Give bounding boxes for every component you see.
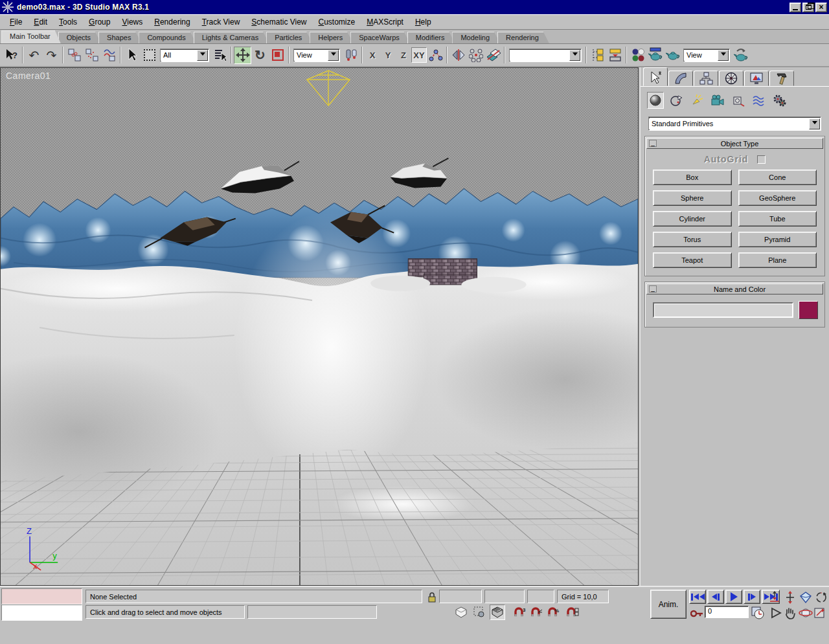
quick-render-button[interactable] [664, 47, 681, 64]
box-button[interactable]: Box [653, 170, 732, 185]
zoom-button[interactable] [782, 590, 798, 605]
torus-button[interactable]: Torus [653, 232, 732, 247]
named-selection-dropdown-button[interactable] [569, 50, 580, 61]
time-configuration-button[interactable] [750, 605, 766, 621]
snap-toggle-3d[interactable]: 3 [512, 605, 527, 620]
restrict-z-button[interactable]: Z [396, 47, 411, 63]
spacewarps-category-button[interactable] [751, 92, 767, 109]
maxscript-mini-listener-white[interactable] [1, 605, 82, 621]
menu-help[interactable]: Help [409, 16, 437, 28]
next-frame-button[interactable] [744, 590, 760, 604]
pan-button[interactable] [782, 605, 798, 620]
schematic-view-button[interactable] [606, 47, 624, 64]
degradation-override-button[interactable] [453, 605, 469, 620]
tab-compounds[interactable]: Compounds [139, 32, 196, 43]
render-type-dropdown-button[interactable] [718, 50, 729, 61]
selection-lock-toggle[interactable] [424, 590, 440, 605]
go-to-start-button[interactable] [689, 590, 706, 604]
maxscript-mini-listener-pink[interactable] [1, 588, 82, 605]
tab-main-toolbar[interactable]: Main Toolbar [1, 30, 61, 43]
tab-create[interactable] [643, 67, 668, 86]
tab-particles[interactable]: Particles [266, 32, 312, 43]
lights-category-button[interactable] [688, 92, 705, 109]
name-color-rollout-header[interactable]: _ Name and Color [646, 283, 823, 294]
spaceship-white-left[interactable] [221, 161, 299, 193]
object-type-rollout-header[interactable]: _ Object Type [646, 138, 823, 149]
snap-toggle-angle[interactable] [528, 605, 544, 620]
shapes-category-button[interactable] [668, 92, 685, 109]
tab-motion[interactable] [719, 71, 744, 86]
snap-toggle-spinner[interactable] [565, 605, 580, 620]
zoom-extents-all-button[interactable] [767, 590, 782, 605]
selection-filter-combo[interactable]: All [160, 49, 209, 62]
camera-viewport[interactable]: Z y x Camera01 [0, 67, 639, 586]
link-button[interactable] [65, 47, 83, 64]
tab-modifiers[interactable]: Modifiers [407, 32, 455, 43]
track-view-button[interactable] [589, 47, 606, 64]
field-of-view-button[interactable] [813, 590, 829, 605]
restrict-x-button[interactable]: X [365, 47, 380, 63]
tab-helpers[interactable]: Helpers [310, 32, 353, 43]
menu-file[interactable]: File [4, 16, 28, 28]
set-key-button[interactable] [689, 606, 705, 621]
cone-button[interactable]: Cone [738, 170, 817, 185]
menu-tools[interactable]: Tools [53, 16, 83, 28]
close-button[interactable]: × [815, 3, 827, 12]
bind-to-spacewarp-button[interactable] [100, 47, 118, 64]
tab-objects[interactable]: Objects [58, 32, 101, 43]
rectangular-selection-region-button[interactable] [141, 47, 158, 64]
pyramid-button[interactable]: Pyramid [738, 232, 817, 247]
tube-button[interactable]: Tube [738, 211, 817, 227]
tab-modify[interactable] [668, 71, 693, 86]
zoom-extents-button[interactable] [798, 590, 813, 605]
select-object-button[interactable] [123, 47, 141, 64]
minimize-button[interactable] [789, 3, 801, 12]
geosphere-button[interactable]: GeoSphere [738, 190, 817, 206]
tab-hierarchy[interactable] [694, 71, 718, 86]
align-button[interactable] [484, 47, 502, 64]
primitive-category-dropdown-button[interactable] [809, 118, 820, 129]
select-and-move-button[interactable] [234, 47, 251, 64]
object-name-input[interactable] [653, 302, 793, 318]
help-mode-button[interactable]: ? [3, 47, 20, 64]
select-by-name-button[interactable] [211, 47, 229, 64]
menu-views[interactable]: Views [116, 16, 148, 28]
rollout-collapse-icon[interactable]: _ [649, 285, 657, 293]
tab-lights-cameras[interactable]: Lights & Cameras [194, 32, 269, 43]
spaceship-white-right[interactable] [390, 158, 448, 188]
render-last-button[interactable] [732, 47, 749, 64]
named-selection-combo[interactable] [509, 49, 582, 62]
snap-toggle-percent[interactable]: % [545, 605, 561, 620]
menu-group[interactable]: Group [83, 16, 116, 28]
primitive-category-combo[interactable]: Standard Primitives [648, 117, 821, 131]
menu-track-view[interactable]: Track View [196, 16, 246, 28]
teapot-button[interactable]: Teapot [653, 252, 732, 268]
play-button[interactable] [725, 590, 742, 604]
array-button[interactable] [467, 47, 484, 64]
render-type-combo[interactable]: View [683, 49, 730, 62]
restrict-xy-plane-button[interactable]: XY [411, 47, 427, 63]
menu-maxscript[interactable]: MAXScript [361, 16, 409, 28]
truck-camera-button[interactable] [768, 605, 784, 620]
redo-button[interactable]: ↷ [43, 47, 60, 64]
ik-toggle-button[interactable] [427, 47, 444, 64]
current-frame-field[interactable]: 0 [705, 606, 749, 618]
arc-rotate-button[interactable] [798, 605, 813, 620]
tab-spacewarps[interactable]: SpaceWarps [350, 32, 410, 43]
animate-button[interactable]: Anim. [650, 590, 687, 619]
camera-gizmo[interactable] [307, 71, 350, 105]
selection-filter-dropdown-button[interactable] [197, 50, 208, 61]
unlink-button[interactable] [83, 47, 100, 64]
sphere-button[interactable]: Sphere [653, 190, 732, 206]
material-editor-button[interactable] [629, 47, 646, 64]
render-scene-button[interactable] [646, 47, 664, 64]
cylinder-button[interactable]: Cylinder [653, 211, 732, 227]
selection-filter-region-button[interactable] [471, 605, 487, 620]
reference-coordinate-combo[interactable]: View [293, 49, 340, 62]
tab-display[interactable] [744, 71, 769, 86]
menu-schematic-view[interactable]: Schematic View [245, 16, 312, 28]
previous-frame-button[interactable] [707, 590, 724, 604]
autogrid-checkbox[interactable] [757, 155, 766, 164]
coord-dropdown-button[interactable] [328, 50, 339, 61]
rollout-collapse-icon[interactable]: _ [649, 140, 657, 147]
